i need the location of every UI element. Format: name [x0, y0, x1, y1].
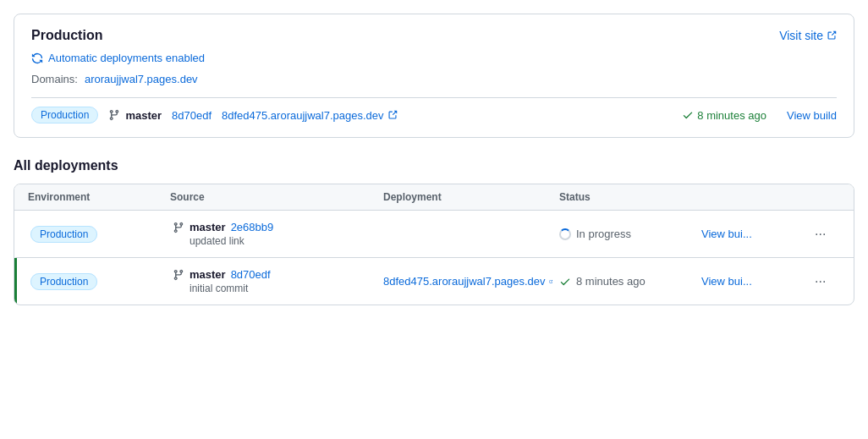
status-success-2: 8 minutes ago	[559, 275, 695, 288]
refresh-icon	[31, 52, 43, 64]
branch-name: master	[125, 109, 162, 122]
row1-commit[interactable]: 2e68bb9	[231, 221, 274, 233]
row2-status: 8 minutes ago	[559, 275, 695, 288]
row1-badge: Production	[30, 226, 97, 243]
section-title: All deployments	[14, 158, 854, 173]
row1-more-button[interactable]: ···	[810, 225, 831, 244]
status-success: 8 minutes ago	[682, 109, 766, 122]
deployments-table: Environment Source Deployment Status Pro…	[14, 184, 854, 305]
all-deployments-section: All deployments Environment Source Deplo…	[14, 158, 854, 305]
row2-status-text: 8 minutes ago	[576, 275, 646, 288]
row1-action: View bui...	[701, 228, 803, 240]
production-card: Production Visit site Automatic deployme…	[14, 14, 854, 138]
row1-more: ···	[810, 225, 840, 244]
row1-view-build[interactable]: View bui...	[701, 228, 752, 240]
auto-deploy-label: Automatic deployments enabled	[48, 52, 205, 64]
row1-branch: master	[190, 221, 226, 233]
row2-commit[interactable]: 8d70edf	[231, 268, 271, 281]
row2-more-button[interactable]: ···	[810, 272, 831, 291]
col-source: Source	[170, 191, 376, 203]
row2-subtext: initial commit	[190, 283, 376, 294]
domain-link[interactable]: aroraujjwal7.pages.dev	[85, 73, 198, 85]
env-cell-2: Production	[30, 275, 166, 288]
external-link-icon-3	[549, 277, 552, 287]
domains-label: Domains:	[31, 73, 78, 85]
domains-row: Domains: aroraujjwal7.pages.dev	[31, 73, 837, 85]
table-header: Environment Source Deployment Status	[14, 184, 854, 211]
card-title: Production	[31, 28, 102, 43]
col-status: Status	[559, 191, 695, 203]
deploy-url[interactable]: 8dfed475.aroraujjwal7.pages.dev	[222, 109, 398, 122]
card-header: Production Visit site	[31, 28, 837, 43]
check-icon	[682, 109, 694, 121]
row2-action: View bui...	[701, 275, 803, 288]
row2-deploy-url-text: 8dfed475.aroraujjwal7.pages.dev	[383, 275, 546, 288]
row2-view-build[interactable]: View bui...	[701, 275, 752, 288]
row1-status-text: In progress	[576, 228, 631, 240]
col-action	[701, 191, 803, 203]
deployment-badge: Production	[31, 107, 98, 123]
col-more	[810, 191, 840, 203]
source-top: master 2e68bb9	[173, 221, 376, 233]
deploy-url-text: 8dfed475.aroraujjwal7.pages.dev	[222, 109, 384, 122]
row2-branch: master	[190, 268, 226, 281]
spinner-icon	[559, 228, 571, 240]
row2-more: ···	[810, 272, 840, 291]
auto-deploy-row: Automatic deployments enabled	[31, 52, 837, 64]
view-build-link[interactable]: View build	[787, 109, 837, 122]
git-branch-icon	[108, 109, 120, 121]
external-link-icon-2	[387, 110, 398, 120]
status-inprogress: In progress	[559, 228, 695, 240]
commit-hash[interactable]: 8d70edf	[172, 109, 212, 122]
table-row: Production master 2e68bb9 updated link I…	[14, 211, 854, 258]
col-environment: Environment	[28, 191, 163, 203]
source-cell-2: master 8d70edf initial commit	[173, 268, 376, 294]
source-top-2: master 8d70edf	[173, 268, 376, 281]
row1-subtext: updated link	[190, 235, 376, 247]
row2-badge: Production	[30, 273, 97, 290]
row2-deploy-link[interactable]: 8dfed475.aroraujjwal7.pages.dev	[383, 275, 552, 288]
git-branch-icon-2	[173, 222, 184, 233]
row1-status: In progress	[559, 228, 695, 240]
external-link-icon	[827, 30, 837, 41]
check-icon-2	[559, 276, 571, 288]
latest-deployment-row: Production master 8d70edf 8dfed475.arora…	[31, 97, 837, 123]
table-row: Production master 8d70edf initial commit…	[14, 258, 854, 305]
source-cell: master 2e68bb9 updated link	[173, 221, 376, 247]
visit-site-label: Visit site	[779, 29, 823, 42]
status-time: 8 minutes ago	[697, 109, 766, 122]
row2-deploy-url: 8dfed475.aroraujjwal7.pages.dev	[383, 275, 552, 288]
col-deployment: Deployment	[383, 191, 552, 203]
env-cell: Production	[30, 228, 166, 240]
branch-info: master	[108, 109, 162, 122]
git-branch-icon-3	[173, 269, 184, 281]
visit-site-link[interactable]: Visit site	[779, 29, 837, 42]
